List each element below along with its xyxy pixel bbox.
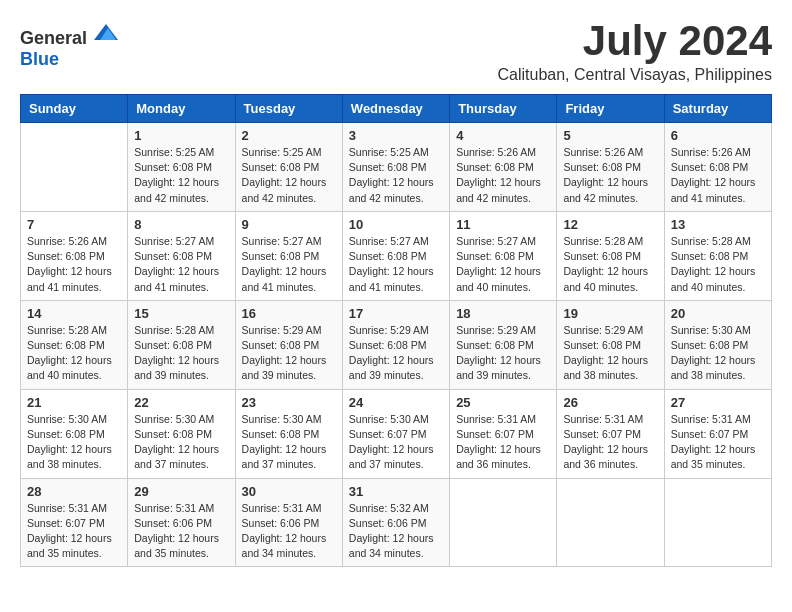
day-detail: Sunrise: 5:29 AM Sunset: 6:08 PM Dayligh… <box>242 323 336 384</box>
calendar-cell: 17Sunrise: 5:29 AM Sunset: 6:08 PM Dayli… <box>342 300 449 389</box>
day-number: 15 <box>134 306 228 321</box>
day-detail: Sunrise: 5:26 AM Sunset: 6:08 PM Dayligh… <box>563 145 657 206</box>
day-number: 27 <box>671 395 765 410</box>
calendar-cell: 15Sunrise: 5:28 AM Sunset: 6:08 PM Dayli… <box>128 300 235 389</box>
calendar-cell: 2Sunrise: 5:25 AM Sunset: 6:08 PM Daylig… <box>235 123 342 212</box>
day-number: 12 <box>563 217 657 232</box>
calendar-cell: 9Sunrise: 5:27 AM Sunset: 6:08 PM Daylig… <box>235 211 342 300</box>
day-number: 17 <box>349 306 443 321</box>
day-number: 20 <box>671 306 765 321</box>
day-number: 19 <box>563 306 657 321</box>
header-day: Monday <box>128 95 235 123</box>
title-area: July 2024 Calituban, Central Visayas, Ph… <box>497 20 772 84</box>
location-title: Calituban, Central Visayas, Philippines <box>497 66 772 84</box>
header-day: Friday <box>557 95 664 123</box>
day-detail: Sunrise: 5:29 AM Sunset: 6:08 PM Dayligh… <box>456 323 550 384</box>
calendar-week-row: 1Sunrise: 5:25 AM Sunset: 6:08 PM Daylig… <box>21 123 772 212</box>
calendar-cell: 14Sunrise: 5:28 AM Sunset: 6:08 PM Dayli… <box>21 300 128 389</box>
header-day: Saturday <box>664 95 771 123</box>
day-number: 11 <box>456 217 550 232</box>
day-number: 25 <box>456 395 550 410</box>
day-number: 6 <box>671 128 765 143</box>
calendar-table: SundayMondayTuesdayWednesdayThursdayFrid… <box>20 94 772 567</box>
day-detail: Sunrise: 5:31 AM Sunset: 6:07 PM Dayligh… <box>671 412 765 473</box>
day-number: 3 <box>349 128 443 143</box>
day-detail: Sunrise: 5:31 AM Sunset: 6:07 PM Dayligh… <box>456 412 550 473</box>
day-number: 24 <box>349 395 443 410</box>
day-number: 16 <box>242 306 336 321</box>
calendar-cell <box>21 123 128 212</box>
calendar-week-row: 28Sunrise: 5:31 AM Sunset: 6:07 PM Dayli… <box>21 478 772 567</box>
calendar-cell <box>664 478 771 567</box>
header-day: Thursday <box>450 95 557 123</box>
day-detail: Sunrise: 5:30 AM Sunset: 6:07 PM Dayligh… <box>349 412 443 473</box>
day-number: 26 <box>563 395 657 410</box>
day-detail: Sunrise: 5:28 AM Sunset: 6:08 PM Dayligh… <box>27 323 121 384</box>
header-day: Sunday <box>21 95 128 123</box>
logo-general: General <box>20 28 87 48</box>
calendar-week-row: 14Sunrise: 5:28 AM Sunset: 6:08 PM Dayli… <box>21 300 772 389</box>
day-number: 21 <box>27 395 121 410</box>
calendar-cell: 8Sunrise: 5:27 AM Sunset: 6:08 PM Daylig… <box>128 211 235 300</box>
day-detail: Sunrise: 5:30 AM Sunset: 6:08 PM Dayligh… <box>242 412 336 473</box>
header-row: SundayMondayTuesdayWednesdayThursdayFrid… <box>21 95 772 123</box>
calendar-cell: 26Sunrise: 5:31 AM Sunset: 6:07 PM Dayli… <box>557 389 664 478</box>
day-detail: Sunrise: 5:28 AM Sunset: 6:08 PM Dayligh… <box>134 323 228 384</box>
calendar-week-row: 21Sunrise: 5:30 AM Sunset: 6:08 PM Dayli… <box>21 389 772 478</box>
day-detail: Sunrise: 5:26 AM Sunset: 6:08 PM Dayligh… <box>671 145 765 206</box>
day-number: 5 <box>563 128 657 143</box>
calendar-cell: 6Sunrise: 5:26 AM Sunset: 6:08 PM Daylig… <box>664 123 771 212</box>
day-number: 7 <box>27 217 121 232</box>
day-number: 13 <box>671 217 765 232</box>
day-number: 10 <box>349 217 443 232</box>
day-number: 14 <box>27 306 121 321</box>
calendar-cell: 20Sunrise: 5:30 AM Sunset: 6:08 PM Dayli… <box>664 300 771 389</box>
day-detail: Sunrise: 5:32 AM Sunset: 6:06 PM Dayligh… <box>349 501 443 562</box>
calendar-cell: 12Sunrise: 5:28 AM Sunset: 6:08 PM Dayli… <box>557 211 664 300</box>
day-detail: Sunrise: 5:27 AM Sunset: 6:08 PM Dayligh… <box>456 234 550 295</box>
day-detail: Sunrise: 5:25 AM Sunset: 6:08 PM Dayligh… <box>242 145 336 206</box>
header-day: Tuesday <box>235 95 342 123</box>
calendar-cell: 30Sunrise: 5:31 AM Sunset: 6:06 PM Dayli… <box>235 478 342 567</box>
calendar-week-row: 7Sunrise: 5:26 AM Sunset: 6:08 PM Daylig… <box>21 211 772 300</box>
month-title: July 2024 <box>497 20 772 62</box>
calendar-cell: 23Sunrise: 5:30 AM Sunset: 6:08 PM Dayli… <box>235 389 342 478</box>
day-detail: Sunrise: 5:28 AM Sunset: 6:08 PM Dayligh… <box>563 234 657 295</box>
calendar-cell: 24Sunrise: 5:30 AM Sunset: 6:07 PM Dayli… <box>342 389 449 478</box>
day-number: 1 <box>134 128 228 143</box>
logo-icon <box>94 20 118 44</box>
day-number: 30 <box>242 484 336 499</box>
calendar-cell: 18Sunrise: 5:29 AM Sunset: 6:08 PM Dayli… <box>450 300 557 389</box>
calendar-cell: 21Sunrise: 5:30 AM Sunset: 6:08 PM Dayli… <box>21 389 128 478</box>
day-detail: Sunrise: 5:30 AM Sunset: 6:08 PM Dayligh… <box>27 412 121 473</box>
day-number: 29 <box>134 484 228 499</box>
logo-blue: Blue <box>20 49 59 69</box>
day-detail: Sunrise: 5:28 AM Sunset: 6:08 PM Dayligh… <box>671 234 765 295</box>
calendar-cell: 3Sunrise: 5:25 AM Sunset: 6:08 PM Daylig… <box>342 123 449 212</box>
day-detail: Sunrise: 5:26 AM Sunset: 6:08 PM Dayligh… <box>456 145 550 206</box>
day-detail: Sunrise: 5:29 AM Sunset: 6:08 PM Dayligh… <box>563 323 657 384</box>
day-number: 22 <box>134 395 228 410</box>
day-detail: Sunrise: 5:29 AM Sunset: 6:08 PM Dayligh… <box>349 323 443 384</box>
calendar-cell: 19Sunrise: 5:29 AM Sunset: 6:08 PM Dayli… <box>557 300 664 389</box>
day-detail: Sunrise: 5:27 AM Sunset: 6:08 PM Dayligh… <box>134 234 228 295</box>
day-detail: Sunrise: 5:31 AM Sunset: 6:07 PM Dayligh… <box>563 412 657 473</box>
day-detail: Sunrise: 5:31 AM Sunset: 6:06 PM Dayligh… <box>134 501 228 562</box>
day-detail: Sunrise: 5:30 AM Sunset: 6:08 PM Dayligh… <box>134 412 228 473</box>
calendar-cell <box>557 478 664 567</box>
header: General Blue July 2024 Calituban, Centra… <box>20 20 772 84</box>
calendar-cell: 29Sunrise: 5:31 AM Sunset: 6:06 PM Dayli… <box>128 478 235 567</box>
day-number: 18 <box>456 306 550 321</box>
calendar-cell: 11Sunrise: 5:27 AM Sunset: 6:08 PM Dayli… <box>450 211 557 300</box>
calendar-cell: 4Sunrise: 5:26 AM Sunset: 6:08 PM Daylig… <box>450 123 557 212</box>
calendar-cell: 7Sunrise: 5:26 AM Sunset: 6:08 PM Daylig… <box>21 211 128 300</box>
calendar-cell: 13Sunrise: 5:28 AM Sunset: 6:08 PM Dayli… <box>664 211 771 300</box>
calendar-cell: 10Sunrise: 5:27 AM Sunset: 6:08 PM Dayli… <box>342 211 449 300</box>
day-number: 9 <box>242 217 336 232</box>
day-detail: Sunrise: 5:26 AM Sunset: 6:08 PM Dayligh… <box>27 234 121 295</box>
day-detail: Sunrise: 5:27 AM Sunset: 6:08 PM Dayligh… <box>349 234 443 295</box>
calendar-cell: 27Sunrise: 5:31 AM Sunset: 6:07 PM Dayli… <box>664 389 771 478</box>
day-number: 28 <box>27 484 121 499</box>
day-detail: Sunrise: 5:27 AM Sunset: 6:08 PM Dayligh… <box>242 234 336 295</box>
day-number: 8 <box>134 217 228 232</box>
